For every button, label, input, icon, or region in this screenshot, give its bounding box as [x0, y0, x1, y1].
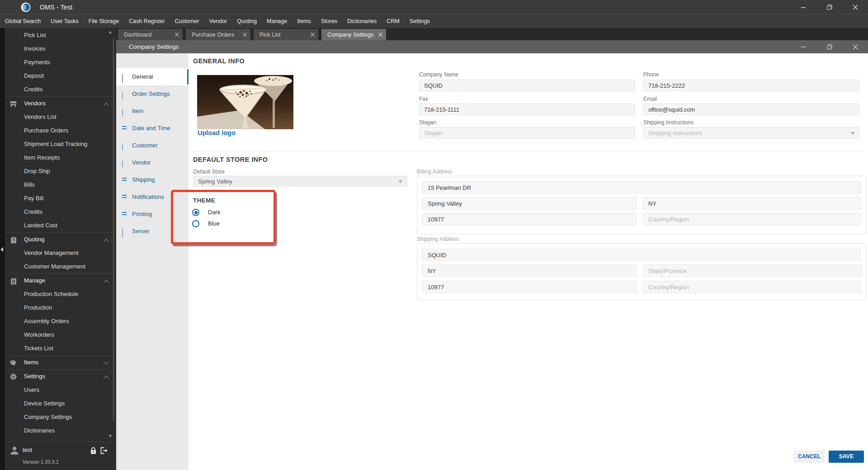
- sidebar-item-invoices[interactable]: Invoices: [5, 42, 116, 56]
- sidebar-item-credits-vendor[interactable]: Credits: [5, 205, 116, 219]
- panel-restore-icon[interactable]: [816, 40, 842, 53]
- sidebar-item-tickets-list[interactable]: Tickets List: [5, 342, 116, 355]
- menu-user-tasks[interactable]: User Tasks: [46, 15, 84, 28]
- phone-field[interactable]: 718-215-2222: [643, 80, 859, 91]
- sidebar-group-manage[interactable]: Manage: [5, 274, 116, 287]
- circle-icon: [122, 92, 123, 100]
- close-icon[interactable]: [842, 0, 868, 14]
- settings-nav-notifications[interactable]: Notifications: [116, 188, 189, 206]
- theme-radio-blue[interactable]: [192, 220, 199, 227]
- tab-pick-list[interactable]: Pick List: [254, 29, 318, 40]
- sidebar-item-dictionaries[interactable]: Dictionaries: [5, 424, 116, 437]
- menu-dictionaries[interactable]: Dictionaries: [342, 15, 382, 28]
- default-store-label: Default Store: [193, 169, 225, 175]
- menu-items[interactable]: Items: [292, 15, 316, 28]
- settings-nav-order-settings[interactable]: Order Settings: [116, 85, 189, 103]
- sidebar-item-production-schedule[interactable]: Production Schedule: [5, 287, 116, 301]
- tab-company-settings[interactable]: Company Settings: [321, 29, 386, 40]
- shipping-instructions-select[interactable]: Shipping instructions: [643, 127, 859, 139]
- minimize-icon[interactable]: [791, 0, 816, 14]
- settings-nav-item[interactable]: Item: [116, 103, 189, 120]
- shipping-city-field[interactable]: NY: [422, 264, 637, 277]
- panel-close-icon[interactable]: [842, 40, 868, 53]
- sidebar-collapse-icon[interactable]: [0, 247, 3, 252]
- shipping-name-field[interactable]: SQUID: [422, 249, 861, 261]
- menu-file-storage[interactable]: File Storage: [84, 15, 124, 28]
- sidebar-group-quoting[interactable]: ? Quoting: [5, 233, 116, 246]
- sidebar-item-item-receipts[interactable]: Item Receipts: [5, 151, 116, 164]
- shipping-zip-field[interactable]: 10977: [422, 281, 637, 293]
- menu-crm[interactable]: CRM: [382, 15, 404, 28]
- fax-field[interactable]: 718-215-1111: [419, 103, 635, 115]
- sidebar-item-customer-management[interactable]: Customer Management: [5, 260, 116, 273]
- chevron-down-icon: [850, 132, 855, 135]
- menu-customer[interactable]: Customer: [170, 15, 204, 28]
- email-field[interactable]: office@squid.com: [643, 103, 859, 115]
- tab-close-icon[interactable]: [171, 29, 183, 40]
- sidebar-item-payments[interactable]: Payments: [5, 56, 116, 69]
- slogan-field[interactable]: Slogan: [419, 127, 635, 139]
- billing-state-field[interactable]: NY: [642, 197, 862, 210]
- cancel-button[interactable]: CANCEL: [794, 451, 825, 463]
- billing-city-field[interactable]: Spring Valley: [422, 197, 637, 210]
- menu-manage[interactable]: Manage: [262, 15, 292, 28]
- panel-minimize-icon[interactable]: [791, 40, 816, 53]
- shipping-country-field[interactable]: Country/Region: [642, 281, 862, 293]
- default-store-select[interactable]: Spring Valley: [193, 176, 407, 187]
- shipping-instructions-label: Shipping Instructions: [643, 119, 693, 126]
- sidebar-item-users[interactable]: Users: [5, 383, 116, 397]
- menu-settings[interactable]: Settings: [405, 15, 435, 28]
- sidebar-item-production[interactable]: Production: [5, 301, 116, 315]
- company-name-field[interactable]: SQUID: [419, 80, 635, 91]
- sidebar-item-company-settings[interactable]: Company Settings: [5, 410, 116, 424]
- menu-vendor[interactable]: Vendor: [204, 15, 232, 28]
- sidebar-item-landed-cost[interactable]: Landed Cost: [5, 219, 116, 232]
- sidebar-item-drop-ship[interactable]: Drop Ship: [5, 164, 116, 178]
- restore-icon[interactable]: [816, 0, 842, 14]
- billing-zip-field[interactable]: 10977: [422, 213, 637, 226]
- tab-close-icon[interactable]: [374, 29, 386, 40]
- sidebar-item-device-settings[interactable]: Device Settings: [5, 397, 116, 410]
- sidebar-item-pay-bill[interactable]: Pay Bill: [5, 192, 116, 205]
- sidebar-item-purchase-orders[interactable]: Purchase Orders: [5, 124, 116, 137]
- menu-global-search[interactable]: Global Search: [0, 15, 46, 28]
- sidebar-group-vendors[interactable]: Vendors: [5, 97, 116, 110]
- logout-icon[interactable]: [99, 446, 108, 455]
- sidebar-item-vendor-management[interactable]: Vendor Management: [5, 246, 116, 260]
- settings-nav: General Order Settings Item Date and Tim…: [116, 53, 189, 470]
- sidebar-group-items[interactable]: Items: [5, 356, 116, 369]
- tab-dashboard[interactable]: Dashboard: [118, 29, 183, 40]
- billing-country-field[interactable]: Country/Region: [642, 213, 862, 226]
- sidebar-item-shipment-load-tracking[interactable]: Shipment Load Tracking: [5, 137, 116, 151]
- panel-header: Company Settings: [116, 40, 868, 53]
- lock-icon[interactable]: [89, 446, 98, 455]
- tab-close-icon[interactable]: [239, 29, 250, 40]
- sidebar-item-credits[interactable]: Credits: [5, 83, 116, 96]
- equals-icon: [122, 178, 127, 182]
- settings-nav-vendor[interactable]: Vendor: [116, 154, 189, 171]
- sidebar-item-vendors-list[interactable]: Vendors List: [5, 110, 116, 124]
- tab-purchase-orders[interactable]: Purchase Orders: [186, 29, 250, 40]
- sidebar-item-bills[interactable]: Bills: [5, 178, 116, 192]
- sidebar-item-deposit[interactable]: Deposit: [5, 69, 116, 83]
- sidebar-group-settings[interactable]: Settings: [5, 370, 116, 383]
- company-name-label: Company Name: [419, 71, 458, 78]
- settings-nav-customer[interactable]: Customer: [116, 137, 189, 154]
- billing-street-field[interactable]: 15 Pearlman DR: [422, 181, 861, 194]
- tab-close-icon[interactable]: [307, 29, 318, 40]
- save-button[interactable]: SAVE: [829, 451, 864, 463]
- sidebar-item-assembly-orders[interactable]: Assembly Orders: [5, 315, 116, 328]
- sidebar-item-workorders[interactable]: Workorders: [5, 328, 116, 342]
- upload-logo-link[interactable]: Upload logo: [198, 129, 236, 136]
- settings-nav-printing[interactable]: Printing: [116, 206, 189, 223]
- settings-nav-general[interactable]: General: [116, 68, 189, 85]
- menu-quoting[interactable]: Quoting: [232, 15, 262, 28]
- menu-stores[interactable]: Stores: [316, 15, 342, 28]
- shipping-state-field[interactable]: State/Province: [642, 264, 862, 277]
- theme-radio-dark[interactable]: [192, 209, 199, 216]
- settings-nav-server[interactable]: Server: [116, 223, 189, 240]
- menu-cash-register[interactable]: Cash Register: [124, 15, 170, 28]
- sidebar-item-pick-list[interactable]: Pick List: [5, 28, 116, 42]
- settings-nav-date-and-time[interactable]: Date and Time: [116, 120, 189, 137]
- settings-nav-shipping[interactable]: Shipping: [116, 171, 189, 188]
